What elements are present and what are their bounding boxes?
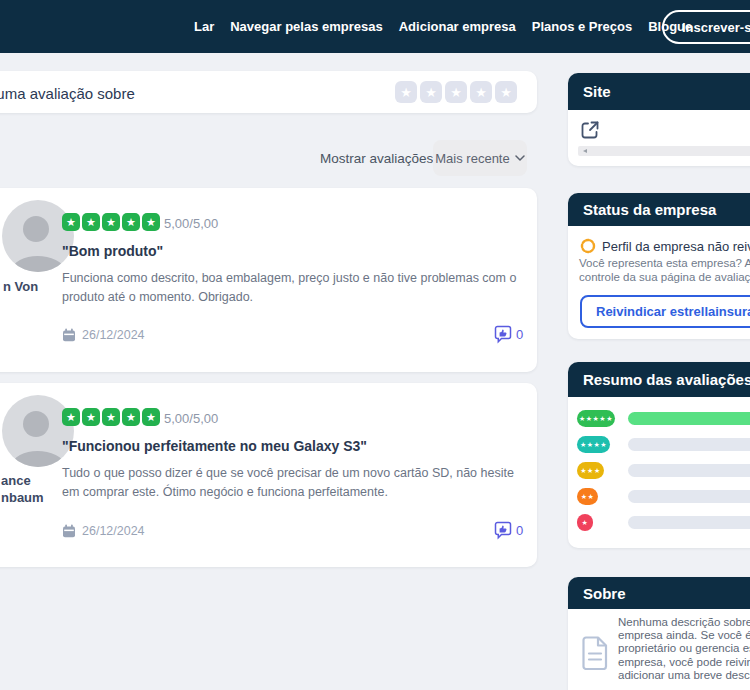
rating-value: 5,00/5,00 <box>164 411 218 426</box>
show-reviews-label: Mostrar avaliações <box>320 151 433 166</box>
scroll-left-arrow-icon[interactable] <box>583 149 587 153</box>
star-icon: ★ <box>62 408 80 426</box>
nav-home[interactable]: Lar <box>194 19 214 34</box>
horizontal-scrollbar[interactable] <box>578 146 750 156</box>
sort-dropdown-value: Mais recente <box>435 151 509 166</box>
likes-count: 0 <box>516 327 523 342</box>
about-card-title: Sobre <box>583 585 626 602</box>
rating-value: 5,00/5,00 <box>164 216 218 231</box>
rate-star-icon[interactable]: ★ <box>445 81 467 103</box>
signup-button[interactable]: Inscrever-se <box>662 10 750 44</box>
site-card-header: Site <box>568 73 750 110</box>
star-icon: ★ <box>62 213 80 231</box>
review-author: n Von <box>3 279 38 294</box>
calendar-icon <box>62 328 76 342</box>
person-icon <box>2 395 74 467</box>
star-icon: ★ <box>142 213 160 231</box>
thumbs-up-icon <box>494 521 513 540</box>
nav-browse-companies[interactable]: Navegar pelas empresas <box>230 19 382 34</box>
status-headline: Perfil da empresa não reivindicado <box>602 239 750 254</box>
document-icon <box>582 636 608 670</box>
review-date-text: 26/12/2024 <box>82 524 145 538</box>
two-star-pill: ★★ <box>577 488 598 505</box>
navbar: Lar Navegar pelas empresas Adicionar emp… <box>0 0 750 53</box>
three-star-pill: ★★★ <box>577 462 604 479</box>
thumbs-up-icon <box>494 325 513 344</box>
company-status-header: Status da empresa <box>568 193 750 226</box>
review-title: "Funcionou perfeitamente no meu Galaxy S… <box>62 438 367 454</box>
review-body: Funciona como descrito, boa embalagem, p… <box>62 269 532 308</box>
star-icon: ★ <box>122 408 140 426</box>
review-date-text: 26/12/2024 <box>82 328 145 342</box>
review-star-rating: ★ ★ ★ ★ ★ <box>62 408 160 426</box>
likes-count: 0 <box>516 523 523 538</box>
four-star-bar <box>628 438 750 451</box>
nav-plans-pricing[interactable]: Planos e Preços <box>532 19 632 34</box>
one-star-bar <box>628 516 750 529</box>
star-icon: ★ <box>142 408 160 426</box>
one-star-pill: ★ <box>577 514 593 531</box>
avatar <box>2 395 74 467</box>
star-icon: ★ <box>82 213 100 231</box>
rate-star-icon[interactable]: ★ <box>395 81 417 103</box>
write-review-star-rating: ★ ★ ★ ★ ★ <box>395 81 517 103</box>
review-author-line1: ance <box>1 473 31 488</box>
star-icon: ★ <box>102 213 120 231</box>
site-card-title: Site <box>583 83 611 100</box>
five-star-bar <box>628 412 750 425</box>
star-icon: ★ <box>82 408 100 426</box>
unclaimed-seal-icon <box>580 238 596 254</box>
likes-button[interactable]: 0 <box>494 325 523 344</box>
four-star-pill: ★★★★ <box>577 436 610 453</box>
two-star-bar <box>628 490 750 503</box>
chevron-down-icon <box>515 155 525 161</box>
external-link-icon[interactable] <box>579 119 601 141</box>
rate-star-icon[interactable]: ★ <box>470 81 492 103</box>
calendar-icon <box>62 524 76 538</box>
avatar <box>2 200 74 272</box>
review-body: Tudo o que posso dizer é que se você pre… <box>62 464 532 503</box>
nav-links: Lar Navegar pelas empresas Adicionar emp… <box>194 0 692 53</box>
reviews-summary-title: Resumo das avaliações <box>583 371 750 388</box>
review-date: 26/12/2024 <box>62 524 145 538</box>
review-title: "Bom produto" <box>62 243 163 259</box>
star-icon: ★ <box>122 213 140 231</box>
about-card-header: Sobre <box>568 577 750 609</box>
five-star-pill: ★★★★★ <box>577 410 615 427</box>
review-date: 26/12/2024 <box>62 328 145 342</box>
person-icon <box>2 200 74 272</box>
sort-dropdown[interactable]: Mais recente <box>433 140 527 176</box>
about-text-line2: empresa ainda. Se você é o <box>618 629 750 641</box>
about-text-line5: adicionar uma breve descrição. <box>618 669 750 681</box>
status-description-line1: Você representa esta empresa? Assuma o <box>579 257 750 269</box>
about-text-line3: proprietário ou gerencia esta <box>618 642 750 654</box>
claim-company-button[interactable]: Reivindicar estrellainsurance.com <box>580 295 750 328</box>
rate-star-icon[interactable]: ★ <box>420 81 442 103</box>
likes-button[interactable]: 0 <box>494 521 523 540</box>
about-text-line1: Nenhuma descrição sobre a <box>618 616 750 628</box>
company-status-title: Status da empresa <box>583 201 716 218</box>
page: Lar Navegar pelas empresas Adicionar emp… <box>0 0 750 690</box>
nav-add-company[interactable]: Adicionar empresa <box>399 19 516 34</box>
about-text-line4: empresa, você pode reivindicá-la e <box>618 656 750 668</box>
review-star-rating: ★ ★ ★ ★ ★ <box>62 213 160 231</box>
star-icon: ★ <box>102 408 120 426</box>
rate-star-icon[interactable]: ★ <box>495 81 517 103</box>
reviews-summary-header: Resumo das avaliações <box>568 362 750 397</box>
review-author-line2: nbaum <box>1 490 44 505</box>
status-description-line2: controle da sua página de avaliações... <box>579 271 750 283</box>
three-star-bar <box>628 464 750 477</box>
write-review-prompt: Escreva uma avaliação sobre <box>0 85 135 102</box>
